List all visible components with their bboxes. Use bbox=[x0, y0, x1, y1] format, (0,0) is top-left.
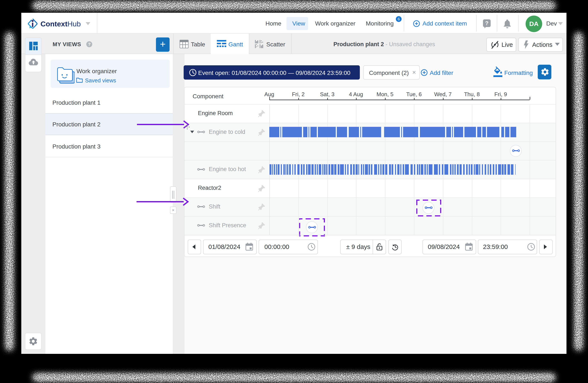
svg-text:?: ? bbox=[485, 20, 488, 26]
